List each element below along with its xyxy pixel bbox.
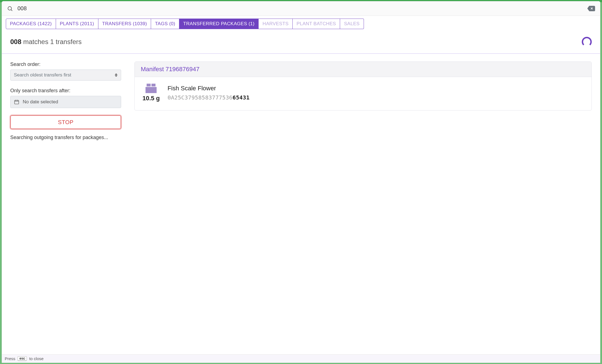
footer-press: Press xyxy=(5,356,15,361)
calendar-icon xyxy=(14,99,19,105)
search-bar xyxy=(2,1,600,16)
package-tag: 0A25C3795858377753665431 xyxy=(167,94,249,101)
package-icon xyxy=(146,84,157,93)
tab-tags[interactable]: TAGS (0) xyxy=(151,19,179,29)
date-filter-value: No date selected xyxy=(23,99,58,105)
tab-plant-batches[interactable]: PLANT BATCHES xyxy=(293,19,340,29)
select-caret-icon xyxy=(115,73,118,77)
package-info: Fish Scale Flower 0A25C37958583777536654… xyxy=(167,85,249,101)
package-weight: 10.5 g xyxy=(142,95,160,102)
filter-panel: Search order: Search oldest transfers fi… xyxy=(10,61,121,347)
search-input[interactable] xyxy=(13,4,587,13)
loading-spinner-icon xyxy=(582,37,592,47)
modal-footer: Press esc to close xyxy=(2,354,600,363)
clear-search-button[interactable] xyxy=(587,6,595,11)
package-summary: 10.5 g xyxy=(142,84,160,102)
stop-button[interactable]: STOP xyxy=(10,115,121,129)
summary-query: 008 xyxy=(10,38,21,45)
content-body: Search order: Search oldest transfers fi… xyxy=(2,54,600,354)
date-filter-input[interactable]: No date selected xyxy=(10,96,121,108)
tab-packages[interactable]: PACKAGES (1422) xyxy=(6,19,56,29)
search-modal: PACKAGES (1422) PLANTS (2011) TRANSFERS … xyxy=(2,1,600,363)
manifest-card: Manifest 7196876947 10.5 g Fish Scale Fl… xyxy=(134,61,592,111)
search-icon xyxy=(7,6,13,12)
manifest-link[interactable]: Manifest 7196876947 xyxy=(135,62,591,77)
svg-point-0 xyxy=(8,6,12,10)
svg-rect-2 xyxy=(15,100,19,104)
results-summary-row: 008 matches 1 transfers xyxy=(2,29,600,54)
tag-suffix: 65431 xyxy=(233,94,250,101)
category-tabs: PACKAGES (1422) PLANTS (2011) TRANSFERS … xyxy=(2,16,600,29)
tab-harvests[interactable]: HARVESTS xyxy=(259,19,293,29)
svg-line-1 xyxy=(11,10,12,11)
footer-rest: to close xyxy=(29,356,44,361)
tag-prefix: 0A25C37958583777536 xyxy=(167,94,232,101)
manifest-body: 10.5 g Fish Scale Flower 0A25C3795858377… xyxy=(135,77,591,110)
results-panel: Manifest 7196876947 10.5 g Fish Scale Fl… xyxy=(134,61,592,347)
product-name: Fish Scale Flower xyxy=(167,85,249,92)
tab-transfers[interactable]: TRANSFERS (1039) xyxy=(98,19,151,29)
search-status: Searching outgoing transfers for package… xyxy=(10,135,121,140)
tab-sales[interactable]: SALES xyxy=(340,19,364,29)
summary-rest: matches 1 transfers xyxy=(21,38,81,45)
search-order-select[interactable]: Search oldest transfers first xyxy=(10,70,121,81)
date-filter-label: Only search transfers after: xyxy=(10,88,121,94)
esc-key-hint: esc xyxy=(17,356,27,361)
search-order-label: Search order: xyxy=(10,61,121,67)
tab-plants[interactable]: PLANTS (2011) xyxy=(56,19,98,29)
tab-transferred-packages[interactable]: TRANSFERRED PACKAGES (1) xyxy=(179,19,259,29)
search-order-value: Search oldest transfers first xyxy=(14,72,71,78)
results-summary: 008 matches 1 transfers xyxy=(10,38,81,46)
